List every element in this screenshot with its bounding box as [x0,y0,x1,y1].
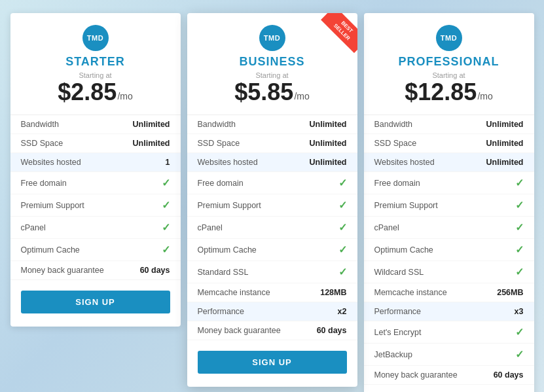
features-list: Bandwidth Unlimited SSD Space Unlimited … [187,115,357,340]
signup-container: SIGN UP [364,385,534,392]
feature-name: cPanel [198,223,223,232]
feature-name: Money back guarantee [21,266,104,275]
feature-name: Free domain [21,179,67,188]
feature-name: Money back guarantee [374,370,458,380]
feature-row: Premium Support ✓ [10,194,181,217]
feature-check-icon: ✓ [338,243,347,256]
feature-name: Premium Support [21,201,84,210]
signup-button[interactable]: SIGN UP [21,291,170,313]
price-amount: $5.85 [234,80,293,104]
feature-row: Performance x2 [187,302,357,321]
feature-name: cPanel [21,223,46,232]
features-list: Bandwidth Unlimited SSD Space Unlimited … [10,115,181,280]
feature-name: Websites hosted [21,158,81,167]
price-display: $12.85 /mo [405,80,492,104]
feature-check-icon: ✓ [515,199,524,211]
feature-name: Standard SSL [198,268,249,277]
feature-check-icon: ✓ [515,326,524,338]
feature-name: Bandwidth [21,120,59,129]
feature-value: 60 days [317,326,347,335]
feature-value: x2 [338,307,347,316]
feature-name: SSD Space [198,139,240,148]
feature-name: Bandwidth [198,120,236,129]
signup-button[interactable]: SIGN UP [198,351,347,374]
feature-name: Let's Encrypt [374,328,422,337]
feature-value: 128MB [320,288,346,297]
feature-name: SSD Space [21,139,63,148]
feature-row: SSD Space Unlimited [187,134,357,153]
feature-row: Free domain ✓ [187,172,357,194]
feature-value: Unlimited [310,139,347,148]
feature-name: Websites hosted [198,158,258,167]
feature-row: Memcache instance 128MB [187,283,357,302]
tmd-logo: TMD [436,25,462,51]
price-period: /mo [294,91,309,101]
feature-value: 1 [166,158,170,167]
feature-check-icon: ✓ [515,177,524,189]
feature-row: Money back guarantee 60 days [364,366,534,385]
feature-name: Money back guarantee [198,326,281,335]
feature-check-icon: ✓ [515,221,524,234]
plans-container: TMD STARTER Starting at $2.85 /mo Bandwi… [7,13,537,392]
feature-value: 60 days [494,370,524,380]
feature-name: cPanel [374,223,399,232]
feature-name: Memcache instance [198,288,270,297]
best-seller-text: BESTSELLER [320,13,357,53]
best-seller-badge: BESTSELLER [316,13,357,55]
price-period: /mo [117,91,132,101]
feature-row: SSD Space Unlimited [10,134,181,153]
feature-name: Websites hosted [374,158,435,167]
feature-check-icon: ✓ [515,348,524,361]
feature-row: cPanel ✓ [364,217,534,239]
signup-container: SIGN UP [10,280,181,316]
feature-check-icon: ✓ [515,266,524,278]
signup-container: SIGN UP [187,340,357,376]
feature-name: JetBackup [374,350,412,359]
feature-check-icon: ✓ [338,266,347,278]
feature-check-icon: ✓ [338,177,347,189]
feature-value: 256MB [497,288,523,297]
feature-check-icon: ✓ [338,199,347,211]
feature-row: Optimum Cache ✓ [10,239,181,261]
feature-name: Optimum Cache [198,245,257,255]
feature-value: Unlimited [310,120,347,129]
feature-name: Premium Support [374,201,438,210]
feature-row: cPanel ✓ [187,217,357,239]
feature-value: Unlimited [486,158,524,167]
feature-value: x3 [515,307,524,316]
feature-row: Bandwidth Unlimited [10,115,181,134]
feature-row: Websites hosted 1 [10,153,181,172]
feature-check-icon: ✓ [162,221,170,234]
feature-row: Premium Support ✓ [364,194,534,217]
feature-check-icon: ✓ [162,199,170,211]
feature-row: Wildcard SSL ✓ [364,261,534,283]
feature-name: Premium Support [198,201,261,210]
feature-name: Optimum Cache [21,245,80,255]
feature-row: Standard SSL ✓ [187,261,357,283]
feature-row: Websites hosted Unlimited [364,153,534,172]
feature-name: Optimum Cache [374,245,433,255]
feature-check-icon: ✓ [162,177,170,189]
feature-row: Optimum Cache ✓ [364,239,534,261]
feature-name: Free domain [198,179,244,188]
plan-card-starter: TMD STARTER Starting at $2.85 /mo Bandwi… [10,13,181,327]
feature-row: Money back guarantee 60 days [187,321,357,340]
plan-name: BUSINESS [239,55,304,69]
price-display: $2.85 /mo [58,80,132,104]
feature-row: Free domain ✓ [364,172,534,194]
feature-name: Performance [198,307,245,316]
feature-row: Websites hosted Unlimited [187,153,357,172]
feature-row: Performance x3 [364,302,534,321]
price-amount: $12.85 [405,80,477,104]
feature-name: Free domain [374,179,420,188]
feature-value: 60 days [140,266,170,275]
plan-header: TMD PROFESSIONAL Starting at $12.85 /mo [364,13,534,115]
feature-name: Memcache instance [374,288,447,297]
feature-name: SSD Space [374,139,417,148]
plan-name: PROFESSIONAL [398,55,499,69]
feature-value: Unlimited [310,158,347,167]
price-display: $5.85 /mo [234,80,309,104]
plan-header: TMD STARTER Starting at $2.85 /mo [10,13,181,115]
tmd-logo: TMD [259,25,285,51]
feature-name: Performance [374,307,422,316]
